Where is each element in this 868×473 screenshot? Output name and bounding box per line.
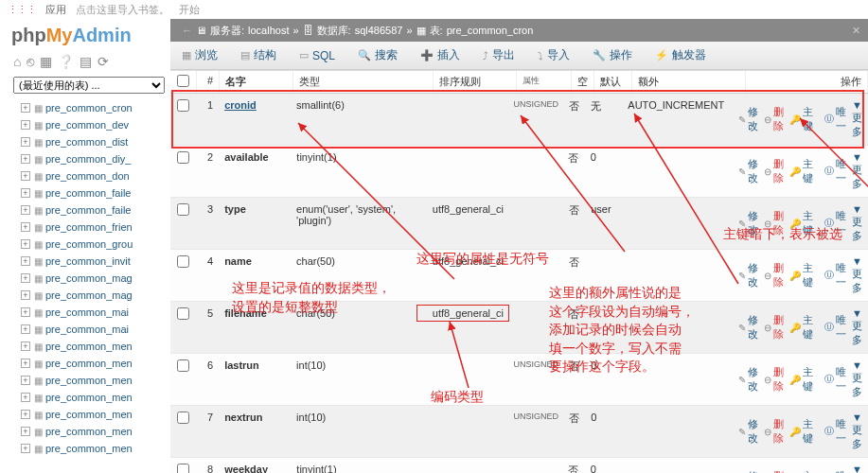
expand-icon[interactable]: + [21,342,30,351]
expand-icon[interactable]: + [21,359,30,368]
col-name[interactable]: type [219,198,291,249]
expand-icon[interactable]: + [21,307,30,317]
docs-icon[interactable]: ❔ [58,54,74,69]
tree-item[interactable]: +▦pre_common_mai [8,321,167,338]
tab-insert[interactable]: ➕插入 [409,42,471,69]
more-link[interactable]: ▼更多 [852,99,862,139]
tab-sql[interactable]: ▭SQL [288,42,346,69]
unique-link[interactable]: Ⓤ唯一 [824,151,846,191]
pk-link[interactable]: 🔑主键 [789,307,813,347]
more-link[interactable]: ▼更多 [852,412,862,451]
tree-item[interactable]: +▦pre_common_frien [8,219,167,236]
row-check[interactable] [177,412,189,424]
more-link[interactable]: ▼更多 [852,359,862,399]
logout-icon[interactable]: ⎋ [27,54,34,69]
expand-icon[interactable]: + [21,171,30,181]
tree-item[interactable]: +▦pre_common_men [8,423,167,440]
expand-icon[interactable]: + [21,188,30,198]
expand-icon[interactable]: + [21,444,30,453]
expand-icon[interactable]: + [21,154,30,164]
drop-link[interactable]: ⊖删除 [764,151,784,191]
tree-item[interactable]: +▦pre_common_men [8,355,167,372]
tree-item[interactable]: +▦pre_common_men [8,389,167,406]
drop-link[interactable]: ⊖删除 [764,464,784,473]
expand-icon[interactable]: + [21,239,30,249]
tree-item[interactable]: +▦pre_common_men [8,372,167,389]
table-link[interactable]: pre_common_cron [447,25,534,36]
edit-link[interactable]: ✎修改 [738,464,758,473]
unique-link[interactable]: Ⓤ唯一 [824,203,846,243]
unique-link[interactable]: Ⓤ唯一 [824,99,846,139]
expand-icon[interactable]: + [21,273,30,283]
tab-search[interactable]: 🔍搜索 [346,42,409,69]
col-name[interactable]: weekday [219,458,291,473]
tab-import[interactable]: ⤵导入 [526,42,581,69]
drop-link[interactable]: ⊖删除 [764,255,784,295]
edit-link[interactable]: ✎修改 [738,151,758,191]
tab-triggers[interactable]: ⚡触发器 [644,42,717,69]
import-hint[interactable]: 点击这里导入书签。 [76,3,169,17]
more-link[interactable]: ▼更多 [852,151,862,191]
hdr-coll[interactable]: 排序规则 [434,71,517,93]
drop-link[interactable]: ⊖删除 [764,99,784,139]
tree-item[interactable]: +▦pre_common_mai [8,304,167,321]
tree-item[interactable]: +▦pre_common_men [8,440,167,457]
recent-tables-select[interactable]: (最近使用的表) ... [13,77,165,94]
expand-icon[interactable]: + [21,376,30,385]
unique-link[interactable]: Ⓤ唯一 [824,412,846,451]
unique-link[interactable]: Ⓤ唯一 [824,359,846,399]
expand-icon[interactable]: + [21,324,30,334]
pk-link[interactable]: 🔑主键 [789,359,813,399]
tree-item[interactable]: +▦pre_common_cron [8,99,167,116]
more-link[interactable]: ▼更多 [852,307,862,347]
hdr-null[interactable]: 空 [572,71,594,93]
tree-item[interactable]: +▦pre_common_diy_ [8,150,167,167]
row-check[interactable] [177,151,189,164]
check-all[interactable] [177,75,189,87]
pk-link[interactable]: 🔑主键 [789,203,813,243]
col-name[interactable]: nextrun [219,406,291,457]
edit-link[interactable]: ✎修改 [738,412,758,451]
tab-operations[interactable]: 🔧操作 [581,42,644,69]
close-icon[interactable]: ✕ [852,25,860,37]
tree-item[interactable]: +▦pre_common_invit [8,253,167,270]
unique-link[interactable]: Ⓤ唯一 [824,464,846,473]
pk-link[interactable]: 🔑主键 [789,412,813,451]
tree-item[interactable]: +▦pre_common_dev [8,116,167,133]
edit-link[interactable]: ✎修改 [738,359,758,399]
more-link[interactable]: ▼更多 [852,464,862,473]
start-label[interactable]: 开始 [179,3,200,17]
unique-link[interactable]: Ⓤ唯一 [824,255,846,295]
row-check[interactable] [177,307,189,320]
reload-icon[interactable]: ⟳ [97,54,109,69]
expand-icon[interactable]: + [21,205,30,215]
db-link[interactable]: sql486587 [355,25,403,36]
edit-link[interactable]: ✎修改 [738,99,758,139]
tree-item[interactable]: +▦pre_common_men [8,338,167,355]
expand-icon[interactable]: + [21,222,30,232]
col-name[interactable]: lastrun [219,354,291,405]
more-link[interactable]: ▼更多 [852,255,862,295]
expand-icon[interactable]: + [21,427,30,436]
expand-icon[interactable]: + [21,410,30,419]
expand-icon[interactable]: + [21,256,30,266]
col-name[interactable]: filename [219,302,291,353]
edit-link[interactable]: ✎修改 [738,307,758,347]
tree-item[interactable]: +▦pre_common_grou [8,236,167,253]
pk-link[interactable]: 🔑主键 [789,464,813,473]
pk-link[interactable]: 🔑主键 [789,99,813,139]
server-link[interactable]: localhost [248,25,289,36]
row-check[interactable] [177,255,189,268]
drop-link[interactable]: ⊖删除 [764,359,784,399]
hdr-num[interactable]: # [197,71,220,93]
expand-icon[interactable]: + [21,120,30,130]
tree-item[interactable]: +▦pre_common_don [8,167,167,184]
expand-icon[interactable]: + [21,103,30,113]
sql-icon[interactable]: ▤ [80,54,92,69]
col-name[interactable]: cronid [219,94,291,145]
drop-link[interactable]: ⊖删除 [764,203,784,243]
more-link[interactable]: ▼更多 [852,203,862,243]
edit-link[interactable]: ✎修改 [738,255,758,295]
col-name[interactable]: available [219,146,291,197]
expand-icon[interactable]: + [21,137,30,147]
